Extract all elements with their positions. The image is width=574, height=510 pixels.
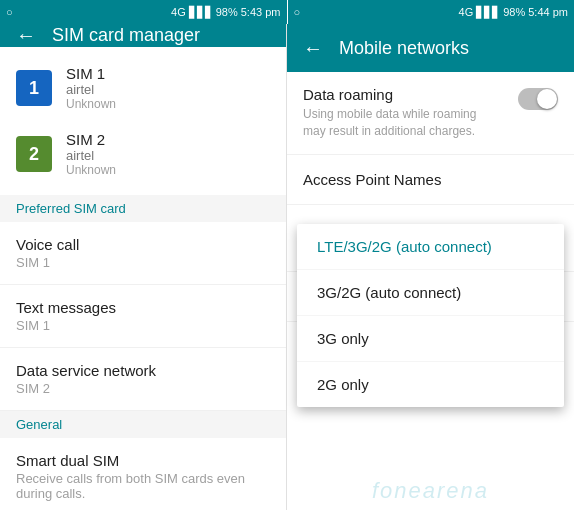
- data-service-title: Data service network: [16, 362, 270, 379]
- sim1-carrier: airtel: [66, 82, 116, 97]
- preferred-sim-section: Preferred SIM card: [0, 195, 286, 222]
- dropdown-option-2[interactable]: 3G only: [297, 316, 564, 362]
- right-signal: ▋▋▋: [476, 6, 500, 19]
- toggle-knob: [537, 89, 557, 109]
- data-roaming-desc: Using mobile data while roaming may resu…: [303, 106, 493, 140]
- sim2-icon: 2: [16, 136, 52, 172]
- left-signal: ▋▋▋: [189, 6, 213, 19]
- data-service-item[interactable]: Data service network SIM 2: [0, 348, 286, 411]
- left-battery-pct: 98%: [216, 6, 238, 18]
- smart-dual-sim-sub: Receive calls from both SIM cards even d…: [16, 471, 270, 501]
- data-service-sub: SIM 2: [16, 381, 270, 396]
- status-bar-left: ○ 4G ▋▋▋ 98% 5:43 pm: [0, 0, 287, 24]
- right-status-right: 4G ▋▋▋ 98% 5:44 pm: [459, 6, 568, 19]
- left-status-right: 4G ▋▋▋ 98% 5:43 pm: [171, 6, 280, 19]
- sim1-name: SIM 1: [66, 65, 116, 82]
- data-roaming-row[interactable]: Data roaming Using mobile data while roa…: [287, 72, 574, 155]
- smart-dual-sim-item[interactable]: Smart dual SIM Receive calls from both S…: [0, 438, 286, 510]
- access-point-names-title: Access Point Names: [303, 171, 558, 188]
- voice-call-item[interactable]: Voice call SIM 1: [0, 222, 286, 285]
- voice-call-sub: SIM 1: [16, 255, 270, 270]
- right-toolbar: ← Mobile networks: [287, 24, 574, 72]
- sim2-item[interactable]: 2 SIM 2 airtel Unknown: [0, 121, 286, 187]
- right-time: 5:44 pm: [528, 6, 568, 18]
- sim2-carrier: airtel: [66, 148, 116, 163]
- sim-list: 1 SIM 1 airtel Unknown 2 SIM 2 airtel Un…: [0, 47, 286, 195]
- status-bar-right: ○ 4G ▋▋▋ 98% 5:44 pm: [288, 0, 575, 24]
- data-roaming-toggle[interactable]: [518, 88, 558, 110]
- left-time: 5:43 pm: [241, 6, 281, 18]
- watermark: fonearena: [287, 478, 574, 504]
- status-bars: ○ 4G ▋▋▋ 98% 5:43 pm ○ 4G ▋▋▋ 98% 5:44 p…: [0, 0, 574, 24]
- general-section: General: [0, 411, 286, 438]
- left-network: 4G: [171, 6, 186, 18]
- data-roaming-text: Data roaming Using mobile data while roa…: [303, 86, 518, 140]
- left-toolbar: ← SIM card manager: [0, 24, 286, 47]
- left-toolbar-title: SIM card manager: [52, 25, 200, 46]
- smart-dual-sim-title: Smart dual SIM: [16, 452, 270, 469]
- text-messages-item[interactable]: Text messages SIM 1: [0, 285, 286, 348]
- dropdown-option-0[interactable]: LTE/3G/2G (auto connect): [297, 224, 564, 270]
- dropdown-option-1[interactable]: 3G/2G (auto connect): [297, 270, 564, 316]
- right-network: 4G: [459, 6, 474, 18]
- right-status-icon: ○: [294, 6, 301, 18]
- left-panel: ← SIM card manager 1 SIM 1 airtel Unknow…: [0, 24, 287, 510]
- network-mode-dropdown: LTE/3G/2G (auto connect) 3G/2G (auto con…: [297, 224, 564, 407]
- data-roaming-title: Data roaming: [303, 86, 518, 103]
- text-messages-sub: SIM 1: [16, 318, 270, 333]
- sim1-icon: 1: [16, 70, 52, 106]
- left-status-icon: ○: [6, 6, 13, 18]
- sim1-info: SIM 1 airtel Unknown: [66, 65, 116, 111]
- sim2-name: SIM 2: [66, 131, 116, 148]
- right-back-button[interactable]: ←: [303, 37, 323, 60]
- text-messages-title: Text messages: [16, 299, 270, 316]
- left-back-button[interactable]: ←: [16, 24, 36, 47]
- voice-call-title: Voice call: [16, 236, 270, 253]
- sim1-status: Unknown: [66, 97, 116, 111]
- sim2-info: SIM 2 airtel Unknown: [66, 131, 116, 177]
- right-toolbar-title: Mobile networks: [339, 38, 469, 59]
- dropdown-option-3[interactable]: 2G only: [297, 362, 564, 407]
- right-panel: ← Mobile networks Data roaming Using mob…: [287, 24, 574, 510]
- sim2-status: Unknown: [66, 163, 116, 177]
- right-battery-pct: 98%: [503, 6, 525, 18]
- sim1-item[interactable]: 1 SIM 1 airtel Unknown: [0, 55, 286, 121]
- access-point-names-item[interactable]: Access Point Names: [287, 155, 574, 205]
- main-content: ← SIM card manager 1 SIM 1 airtel Unknow…: [0, 24, 574, 510]
